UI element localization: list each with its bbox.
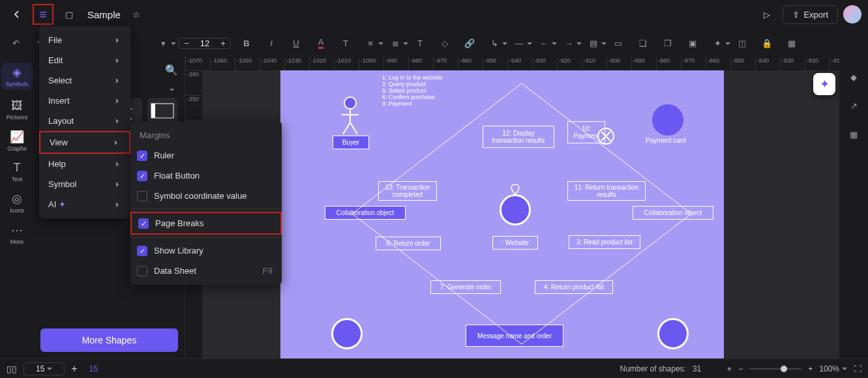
symbols-icon: ◈	[12, 65, 22, 80]
self-loop	[500, 168, 531, 194]
diamond-outline	[339, 77, 704, 357]
zoom-in-icon[interactable]: +	[808, 364, 813, 373]
title-bar: ≡ ▢ Sample ☆ ▷ ⇧Export	[0, 0, 868, 29]
link-icon[interactable]: 🔗	[460, 34, 479, 52]
canvas-stage[interactable]: Buyer 1: Log in to the website 2: Query …	[202, 70, 839, 358]
svg-rect-8	[151, 104, 155, 118]
rail-more[interactable]: ⋯More	[1, 223, 33, 245]
more-shapes-button[interactable]: More Shapes	[40, 328, 178, 352]
arrow-start-icon[interactable]: ←	[535, 34, 553, 52]
graphs-icon: 📈	[10, 130, 24, 144]
view-option-symbol-coordinate-value[interactable]: Symbol coordinate value	[130, 186, 282, 206]
view-option-data-sheet[interactable]: Data SheetF9	[130, 261, 282, 281]
shape-rect[interactable]	[147, 98, 177, 124]
layer-back-icon[interactable]: ❐	[659, 34, 677, 52]
align-icon[interactable]: ≡	[361, 34, 380, 52]
table-icon[interactable]: ▦	[783, 34, 801, 52]
canvas-area: -1070-1060-1050-1040-1030-1020-1010-1000…	[185, 57, 839, 358]
zoom-value[interactable]: 100%	[819, 364, 847, 373]
hamburger-icon: ≡	[39, 7, 47, 22]
text-icon: T	[14, 161, 21, 175]
main-menu: FileEditSelectInsertLayoutViewHelpSymbol…	[39, 26, 130, 218]
underline-icon[interactable]: U	[287, 34, 305, 52]
box-icon[interactable]: ▭	[609, 34, 627, 52]
rail-pictures[interactable]: 🖼Pictures	[1, 99, 33, 121]
shape-count-value: 31	[693, 364, 701, 373]
user-avatar[interactable]	[843, 5, 861, 23]
font-size-plus[interactable]: +	[216, 38, 230, 48]
rail-symbols[interactable]: ◈Symbols	[1, 63, 33, 90]
icons-icon: ◎	[12, 192, 22, 206]
upload-icon: ⇧	[792, 10, 800, 20]
zoom-out-icon[interactable]: −	[738, 364, 743, 373]
focus-icon[interactable]: ⌖	[727, 364, 732, 373]
font-size-value[interactable]: 12	[194, 38, 216, 48]
menu-item-symbol[interactable]: Symbol	[39, 174, 130, 194]
text-tool-icon[interactable]: T	[411, 34, 429, 52]
pictures-icon: 🖼	[11, 99, 23, 113]
document-title: Sample	[87, 9, 121, 20]
bold-icon[interactable]: B	[237, 34, 256, 52]
export-icon[interactable]: ↗	[845, 96, 863, 115]
status-bar: ▯▯ 15 + 15 Number of shapes: 31 ⌖ − + 10…	[0, 358, 868, 378]
ai-assistant-button[interactable]: ✦	[813, 73, 835, 95]
grid-icon[interactable]: ▦	[845, 125, 863, 143]
menu-item-view[interactable]: View	[39, 131, 130, 154]
crop-icon[interactable]: ◫	[733, 34, 751, 52]
strike-icon[interactable]: T	[337, 34, 355, 52]
line-spacing-icon[interactable]: ≣	[386, 34, 404, 52]
border-icon[interactable]: ▤	[584, 34, 603, 52]
view-option-ruler[interactable]: ✓Ruler	[130, 145, 282, 166]
font-size-minus[interactable]: −	[179, 38, 194, 48]
view-option-float-button[interactable]: ✓Float Button	[130, 166, 282, 186]
left-rail: ◈Symbols 🖼Pictures 📈Graphs TText ◎Icons …	[0, 57, 34, 358]
collapse-icon[interactable]: ⌄	[168, 83, 175, 93]
horizontal-ruler: -1070-1060-1050-1040-1030-1020-1010-1000…	[185, 57, 839, 70]
active-page-tab[interactable]: 15	[84, 364, 103, 373]
rail-text[interactable]: TText	[1, 161, 33, 182]
rail-graphs[interactable]: 📈Graphs	[1, 130, 33, 152]
add-page-icon[interactable]: +	[71, 363, 77, 375]
rail-icons[interactable]: ◎Icons	[1, 192, 33, 214]
fill-icon[interactable]: ◆	[845, 68, 863, 86]
connector-icon[interactable]: ↳	[485, 34, 503, 52]
line-style-icon[interactable]: —	[510, 34, 528, 52]
fullscreen-icon[interactable]: ⛶	[854, 364, 861, 373]
arrow-end-icon[interactable]: →	[560, 34, 578, 52]
layer-front-icon[interactable]: ❏	[634, 34, 652, 52]
menu-item-help[interactable]: Help	[39, 154, 130, 174]
menu-item-select[interactable]: Select	[39, 70, 130, 91]
submenu-header: Margins	[130, 125, 282, 145]
view-option-page-breaks[interactable]: ✓Page Breaks	[130, 212, 282, 235]
play-icon[interactable]: ▷	[756, 4, 777, 25]
zoom-slider[interactable]	[749, 368, 801, 370]
lock-icon[interactable]: 🔒	[758, 34, 776, 52]
export-label: Export	[803, 10, 828, 20]
document-icon: ▢	[59, 4, 80, 25]
menu-item-insert[interactable]: Insert	[39, 91, 130, 111]
main-menu-button[interactable]: ≡	[33, 4, 53, 25]
search-icon[interactable]: 🔍	[165, 64, 178, 76]
effects-icon[interactable]: ✦	[708, 34, 726, 52]
star-icon[interactable]: ☆	[126, 4, 147, 25]
font-size-control: − 12 +	[179, 38, 231, 49]
page-select[interactable]: 15	[23, 362, 65, 375]
group-icon[interactable]: ▣	[683, 34, 702, 52]
pages-icon[interactable]: ▯▯	[7, 364, 17, 374]
view-submenu: Margins ✓Ruler✓Float ButtonSymbol coordi…	[130, 121, 282, 285]
menu-item-ai[interactable]: AI✦	[39, 194, 130, 214]
undo-icon[interactable]: ↶	[7, 34, 25, 52]
shape-count-label: Number of shapes:	[620, 364, 686, 373]
right-rail: ◆ ↗ ▦	[839, 57, 868, 358]
font-family-select[interactable]: ▾	[154, 34, 172, 52]
italic-icon[interactable]: I	[262, 34, 280, 52]
more-icon: ⋯	[11, 223, 23, 237]
menu-item-edit[interactable]: Edit	[39, 50, 130, 70]
back-icon[interactable]	[7, 4, 27, 25]
shape-tool-icon[interactable]: ◇	[436, 34, 454, 52]
view-option-show-library[interactable]: ✓Show Library	[130, 240, 282, 261]
export-button[interactable]: ⇧Export	[783, 5, 838, 24]
menu-item-layout[interactable]: Layout	[39, 111, 130, 131]
menu-item-file[interactable]: File	[39, 30, 130, 50]
text-color-icon[interactable]: A	[312, 34, 330, 52]
